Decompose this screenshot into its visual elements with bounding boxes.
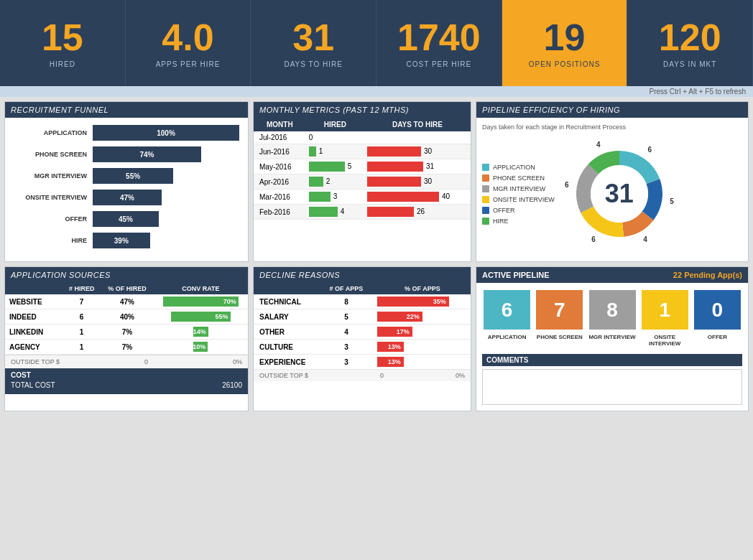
metrics-hired: 2 (306, 174, 364, 190)
funnel-bar-label: 45% (119, 215, 133, 223)
sources-col-source (5, 283, 63, 294)
legend-item: PHONE SCREEN (482, 174, 555, 182)
sources-footer: OUTSIDE TOP $ 0 0% (5, 355, 248, 368)
sources-hired-val: 6 (63, 309, 101, 325)
sources-row: LINKEDIN 1 7% 14% (5, 325, 248, 340)
pipeline-legend: APPLICATION PHONE SCREEN MGR INTERVIEW O… (482, 164, 555, 225)
sources-hired-val: 1 (63, 325, 101, 340)
donut-label: 6 (565, 181, 569, 189)
funnel-title: RECRUITMENT FUNNEL (11, 106, 108, 114)
pipeline-body: Days taken for each stage in Recruitment… (476, 118, 748, 257)
active-panel: ACTIVE PIPELINE 22 Pending App(s) 6 APPL… (476, 266, 749, 411)
metrics-days: 30 (364, 144, 471, 159)
stage-label: MGR INTERVIEW (588, 334, 635, 340)
decline-outside-pct: 0% (456, 372, 465, 379)
legend-dot (482, 164, 489, 171)
metrics-month: May-2016 (254, 159, 306, 174)
active-header: ACTIVE PIPELINE 22 Pending App(s) (476, 267, 748, 283)
cost-section: COST TOTAL COST 26100 (5, 368, 248, 394)
sources-title: APPLICATION SOURCES (11, 271, 111, 279)
decline-pct-cell: 13% (374, 340, 471, 355)
funnel-bar-container: 100% (93, 125, 239, 141)
stage-number: 8 (589, 290, 636, 330)
kpi-open: 19 OPEN POSITIONS (502, 0, 628, 86)
funnel-bar: 39% (93, 233, 150, 248)
funnel-bar-label: 74% (139, 151, 154, 159)
funnel-bar-label: 100% (157, 129, 175, 137)
decline-apps-val: 3 (318, 340, 374, 355)
decline-row: OTHER 4 17% (254, 325, 471, 340)
sources-outside-pct: 0% (233, 358, 242, 365)
pipeline-stage: 7 PHONE SCREEN (535, 290, 584, 347)
sources-conv-cell: 14% (154, 325, 248, 340)
sources-row: WEBSITE 7 47% 70% (5, 294, 248, 309)
metrics-header: MONTHLY METRICS (Past 12 mths) (254, 102, 471, 118)
sources-conv-cell: 70% (154, 294, 248, 309)
kpi-days-mkt: 120 DAYS IN MKT (627, 0, 753, 86)
decline-row: CULTURE 3 13% (254, 340, 471, 355)
metrics-days (364, 131, 471, 144)
funnel-row: HIRE 39% (14, 233, 239, 248)
sources-pct-val: 40% (101, 309, 153, 325)
kpi-open-label: OPEN POSITIONS (529, 60, 601, 68)
funnel-body: APPLICATION 100% PHONE SCREEN 74% MGR IN… (5, 118, 248, 261)
sources-source: AGENCY (5, 340, 63, 355)
metrics-row: Mar-2016 3 40 (254, 190, 471, 205)
kpi-hired: 15 HIRED (0, 0, 126, 86)
metrics-hired: 3 (306, 190, 364, 205)
legend-dot (482, 196, 489, 203)
metrics-col-month: MONTH (254, 118, 306, 131)
kpi-hired-value: 15 (42, 19, 83, 56)
decline-bar: 13% (377, 342, 404, 352)
donut-label: 6 (647, 146, 652, 154)
decline-bar: 22% (377, 312, 422, 322)
sources-source: LINKEDIN (5, 325, 63, 340)
kpi-days: 31 DAYS TO HIRE (251, 0, 376, 86)
donut-label: 4 (643, 235, 647, 243)
decline-reason: EXPERIENCE (254, 355, 318, 370)
sources-conv-bar: 70% (163, 297, 239, 307)
funnel-row: MGR INTERVIEW 55% (14, 168, 239, 184)
legend-label: HIRE (493, 218, 509, 225)
funnel-header: RECRUITMENT FUNNEL (5, 102, 248, 118)
funnel-row-label: HIRE (14, 237, 93, 244)
decline-reason: CULTURE (254, 340, 318, 355)
funnel-row-label: MGR INTERVIEW (14, 172, 93, 179)
comments-box[interactable] (482, 369, 742, 405)
funnel-panel: RECRUITMENT FUNNEL APPLICATION 100% PHON… (4, 101, 249, 262)
decline-outside-label: OUTSIDE TOP $ (259, 372, 308, 379)
decline-col-pct: % OF APPS (374, 283, 471, 294)
decline-reason: SALARY (254, 309, 318, 325)
metrics-month: Apr-2016 (254, 174, 306, 190)
funnel-row: ONSITE INTERVIEW 47% (14, 190, 239, 205)
metrics-days: 30 (364, 174, 471, 190)
sources-header: APPLICATION SOURCES (5, 267, 248, 283)
sources-outside-label: OUTSIDE TOP $ (11, 358, 60, 365)
sources-pct-val: 7% (101, 340, 153, 355)
sources-row: INDEED 6 40% 55% (5, 309, 248, 325)
comments-section: COMMENTS (476, 354, 748, 411)
decline-bar: 35% (377, 297, 449, 307)
stage-label: OFFER (708, 334, 727, 340)
funnel-row-label: ONSITE INTERVIEW (14, 194, 93, 201)
sources-conv-cell: 55% (154, 309, 248, 325)
funnel-row-label: PHONE SCREEN (14, 151, 93, 158)
donut-chart: 654664 31 (562, 136, 677, 251)
metrics-hired: 5 (306, 159, 364, 174)
funnel-bar: 74% (93, 146, 201, 162)
metrics-row: Jul-2016 0 (254, 131, 471, 144)
legend-item: HIRE (482, 218, 555, 225)
funnel-bar: 47% (93, 190, 162, 205)
active-title: ACTIVE PIPELINE (482, 271, 550, 279)
decline-bar: 13% (377, 357, 404, 367)
funnel-bar: 100% (93, 125, 239, 141)
pipeline-panel: PIPELINE EFFICIENCY OF HIRING Days taken… (476, 101, 749, 262)
metrics-col-days: DAYS TO HIRE (364, 118, 471, 131)
kpi-cost-value: 1740 (397, 19, 481, 56)
legend-item: ONSITE INTERVIEW (482, 196, 555, 203)
pipeline-stage: 0 OFFER (693, 290, 742, 347)
funnel-bar-container: 74% (93, 146, 239, 162)
metrics-row: Feb-2016 4 26 (254, 205, 471, 220)
main-content: RECRUITMENT FUNNEL APPLICATION 100% PHON… (0, 97, 753, 416)
sources-row: AGENCY 1 7% 10% (5, 340, 248, 355)
